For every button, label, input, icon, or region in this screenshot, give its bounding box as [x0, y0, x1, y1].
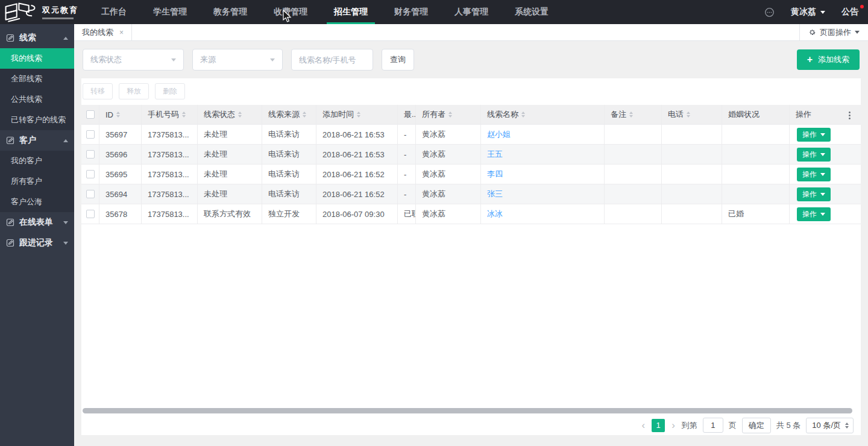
sort-icon[interactable]: [629, 111, 633, 118]
column-header-phone[interactable]: 手机号码: [142, 105, 198, 125]
close-icon[interactable]: ×: [119, 28, 124, 37]
bulk-action-button[interactable]: 转移: [83, 83, 113, 99]
sidebar-item[interactable]: 所有客户: [0, 171, 74, 192]
cell-remark: [605, 184, 662, 204]
column-header-status[interactable]: 线索状态: [198, 105, 262, 125]
row-action-button[interactable]: 操作: [797, 128, 831, 142]
column-header-name[interactable]: 线索名称: [481, 105, 605, 125]
select-all-checkbox[interactable]: [86, 110, 95, 119]
sidebar-item[interactable]: 我的客户: [0, 151, 74, 171]
row-action-button[interactable]: 操作: [797, 168, 831, 181]
cell-marital: [722, 184, 790, 204]
top-nav-item[interactable]: 财务管理: [386, 0, 436, 24]
lead-name-link[interactable]: 王五: [481, 145, 605, 165]
cell-remark: [605, 145, 662, 165]
prev-page-icon[interactable]: ‹: [641, 420, 647, 430]
confirm-page-button[interactable]: 确定: [742, 418, 771, 433]
top-nav-item[interactable]: 人事管理: [446, 0, 497, 24]
goto-page-input[interactable]: [703, 418, 723, 433]
top-nav-item[interactable]: 招生管理: [326, 0, 376, 24]
column-header-tel[interactable]: 电话: [662, 105, 722, 125]
lead-name-link[interactable]: 李四: [481, 165, 605, 184]
row-checkbox[interactable]: [86, 170, 95, 178]
cell-tel: [662, 145, 722, 165]
row-checkbox[interactable]: [86, 130, 95, 139]
chevron-down-icon: [820, 193, 825, 196]
lead-name-link[interactable]: 张三: [481, 184, 605, 204]
sort-icon[interactable]: [303, 111, 306, 118]
sort-icon[interactable]: [448, 111, 452, 118]
sort-icon[interactable]: [357, 111, 360, 118]
sidebar-section-header[interactable]: 客户: [0, 130, 74, 151]
top-nav-item[interactable]: 学生管理: [145, 0, 195, 24]
add-lead-button[interactable]: + 添加线索: [797, 49, 860, 70]
current-page-button[interactable]: 1: [652, 419, 665, 432]
horizontal-scrollbar[interactable]: [83, 408, 852, 413]
sort-icon[interactable]: [687, 111, 690, 118]
cell-source: 电话来访: [262, 184, 316, 204]
row-action-cell: 操作: [790, 204, 861, 224]
row-action-button[interactable]: 操作: [797, 207, 831, 221]
row-action-button[interactable]: 操作: [797, 148, 831, 162]
cell-marital: [722, 145, 790, 165]
message-icon[interactable]: [764, 7, 775, 17]
sort-icon[interactable]: [521, 111, 525, 118]
section-caret-icon: [63, 37, 68, 40]
row-checkbox[interactable]: [86, 210, 95, 218]
table-row: 3567817375813...联系方式有效独立开发2018-06-07 09:…: [81, 204, 861, 224]
goto-suffix: 页: [729, 420, 737, 431]
sidebar-item[interactable]: 已转客户的线索: [0, 110, 74, 130]
bulk-action-button[interactable]: 删除: [155, 83, 185, 99]
bulk-action-button[interactable]: 释放: [119, 83, 149, 99]
sort-icon[interactable]: [238, 111, 242, 118]
lead-status-select[interactable]: 线索状态: [83, 49, 184, 71]
sidebar-section-header[interactable]: 在线表单: [0, 212, 74, 233]
column-header-id[interactable]: ID: [99, 105, 142, 125]
cell-marital: [722, 165, 790, 184]
sidebar-item[interactable]: 我的线索: [0, 48, 74, 69]
column-header-remark[interactable]: 备注: [605, 105, 662, 125]
row-checkbox-cell: [81, 125, 99, 145]
sidebar-item[interactable]: 公共线索: [0, 89, 74, 110]
column-header-added[interactable]: 添加时间: [316, 105, 398, 125]
row-checkbox[interactable]: [86, 190, 95, 198]
row-action-cell: 操作: [790, 184, 861, 204]
announcement-link[interactable]: 公告: [841, 7, 858, 17]
user-menu[interactable]: 黄冰荔: [791, 7, 825, 17]
top-nav-item[interactable]: 系统设置: [506, 0, 557, 24]
page-size-select[interactable]: 10 条/页: [806, 418, 854, 433]
cell-owner: 黄冰荔: [416, 125, 481, 145]
sort-icon[interactable]: [182, 111, 186, 118]
section-caret-icon: [63, 242, 68, 245]
section-caret-icon: [63, 221, 68, 224]
row-checkbox[interactable]: [86, 150, 95, 159]
lead-name-link[interactable]: 冰冰: [481, 204, 605, 224]
page-operations-button[interactable]: 页面操作: [799, 24, 868, 40]
keyword-input[interactable]: [291, 49, 373, 71]
row-action-button[interactable]: 操作: [797, 187, 831, 201]
table-header: ID手机号码线索状态线索来源添加时间最...所有者线索名称备注电话婚姻状况操作: [81, 105, 861, 125]
column-settings-icon[interactable]: [849, 111, 851, 119]
top-nav-item[interactable]: 教务管理: [205, 0, 256, 24]
sidebar-section-header[interactable]: 线索: [0, 28, 74, 48]
lead-source-select[interactable]: 来源: [192, 49, 283, 71]
tab-my-leads[interactable]: 我的线索 ×: [74, 24, 132, 40]
column-header-marital: 婚姻状况: [722, 105, 790, 125]
top-nav-item[interactable]: 工作台: [93, 0, 135, 24]
sidebar-item[interactable]: 全部线索: [0, 69, 74, 89]
sort-icon[interactable]: [116, 111, 120, 118]
search-button[interactable]: 查询: [382, 49, 414, 71]
column-header-sel: [81, 105, 99, 125]
sidebar-item[interactable]: 客户公海: [0, 192, 74, 212]
cell-phone: 17375813...: [142, 145, 198, 165]
column-header-owner[interactable]: 所有者: [416, 105, 481, 125]
top-nav-item[interactable]: 收费管理: [265, 0, 316, 24]
cell-status: 未处理: [198, 145, 262, 165]
next-page-icon[interactable]: ›: [670, 420, 676, 430]
row-checkbox-cell: [81, 184, 99, 204]
column-header-source[interactable]: 线索来源: [262, 105, 316, 125]
sidebar-section-header[interactable]: 跟进记录: [0, 233, 74, 253]
row-action-cell: 操作: [790, 125, 861, 145]
lead-name-link[interactable]: 赵小姐: [481, 125, 605, 145]
top-nav: 工作台学生管理教务管理收费管理招生管理财务管理人事管理系统设置: [88, 0, 562, 24]
